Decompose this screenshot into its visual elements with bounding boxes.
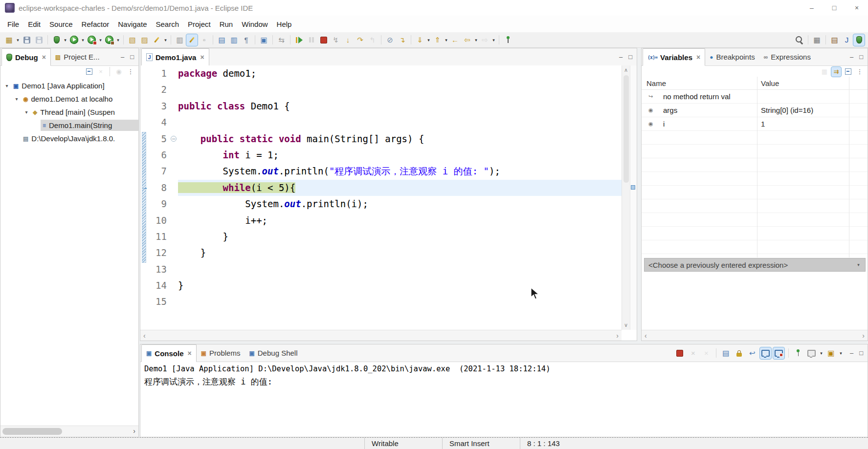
code-area[interactable]: → 1package demo1;23public class Demo1 {4… — [140, 65, 622, 330]
suspend-button[interactable] — [306, 34, 317, 46]
tree-item-demo1-java-application[interactable]: ▾▣Demo1 [Java Application] — [0, 79, 138, 92]
up-stack-dropdown[interactable]: ▾ — [444, 38, 449, 43]
down-stack-dropdown[interactable]: ▾ — [426, 38, 431, 43]
editor-tab-demo1-java[interactable]: JDemo1.java× — [141, 48, 209, 66]
mark-occurrences-button[interactable] — [186, 34, 198, 46]
minimize-icon[interactable]: ‒ — [619, 53, 623, 61]
run-button[interactable] — [68, 34, 80, 46]
scroll-down-icon[interactable]: ∨ — [624, 322, 628, 328]
remove-all-terminated-launches-button[interactable]: × — [701, 347, 712, 359]
new-wizard-button[interactable]: ▦ — [3, 34, 15, 46]
console-output-area[interactable]: Demo1 [Java Application] D:\Develop\Java… — [140, 362, 868, 437]
close-icon[interactable]: × — [846, 0, 868, 16]
collapse-fold-icon[interactable]: – — [171, 136, 177, 142]
view-menu-button[interactable]: ⋮ — [855, 67, 865, 77]
variable-row-no-method-return-val[interactable]: ↪no method return val — [642, 90, 868, 104]
run-dropdown[interactable]: ▾ — [80, 38, 86, 43]
twisty-expanded-icon[interactable]: ▾ — [12, 96, 21, 102]
console-tab-debug-shell[interactable]: ▣Debug Shell — [245, 344, 302, 362]
variable-row-args[interactable]: ◉argsString[0] (id=16) — [642, 104, 868, 117]
code-line-12[interactable]: 12 } — [140, 245, 622, 261]
code-line-15[interactable]: 15 — [140, 294, 622, 310]
terminate-console-button[interactable] — [674, 347, 686, 359]
view-menu-button[interactable]: ⋮ — [126, 67, 135, 77]
column-header-value[interactable]: Value — [757, 79, 868, 87]
step-return-button[interactable]: ↰ — [367, 34, 378, 46]
open-console-view-button[interactable]: ▣ — [825, 347, 837, 359]
last-edit-location-button[interactable]: ← — [449, 34, 461, 46]
scroll-right-icon[interactable]: › — [133, 427, 135, 435]
twisty-expanded-icon[interactable]: ▾ — [22, 109, 31, 115]
search-button[interactable] — [794, 34, 805, 46]
remove-all-terminated-button[interactable]: × — [96, 67, 106, 77]
scroll-up-icon[interactable]: ∧ — [624, 67, 628, 73]
minimize-icon[interactable]: ‒ — [121, 53, 124, 61]
new-wizard-dropdown[interactable]: ▾ — [15, 38, 21, 43]
column-divider[interactable] — [757, 77, 757, 257]
open-task-button[interactable]: ▨ — [139, 34, 150, 46]
step-over-button[interactable]: ↷ — [355, 34, 366, 46]
scroll-right-icon[interactable]: › — [616, 332, 619, 340]
expression-combo[interactable]: <Choose a previously entered expression>… — [644, 258, 866, 272]
menu-run[interactable]: Run — [215, 20, 238, 28]
minimize-icon[interactable]: ‒ — [850, 53, 853, 61]
column-divider[interactable] — [849, 77, 849, 257]
disconnect-button[interactable]: ↯ — [330, 34, 341, 46]
new-java-element-button[interactable]: ▧ — [127, 34, 138, 46]
menu-refactor[interactable]: Refactor — [77, 20, 114, 28]
variables-tab-expressions[interactable]: ∞Expressions — [759, 48, 815, 65]
resume-button[interactable] — [293, 34, 305, 46]
maximize-icon[interactable]: □ — [859, 53, 863, 61]
code-line-9[interactable]: 9 System.out.println(i); — [140, 196, 622, 212]
code-line-13[interactable]: 13 — [140, 261, 622, 278]
tree-item-demo1-demo1-at-localho[interactable]: ▾◉demo1.Demo1 at localho — [0, 92, 138, 106]
search-flashlight-dropdown[interactable]: ▾ — [163, 38, 168, 43]
show-type-names-button[interactable]: ▦ — [820, 67, 829, 77]
code-line-5[interactable]: 5– public static void main(String[] args… — [140, 131, 622, 147]
variable-row-i[interactable]: ◉i1 — [642, 117, 868, 131]
scrollbar-thumb[interactable] — [2, 428, 62, 435]
skip-all-breakpoints-button[interactable]: ⊘ — [384, 34, 396, 46]
variables-tab-variables[interactable]: (x)=Variables× — [643, 48, 705, 66]
scroll-lock-button[interactable] — [734, 347, 745, 359]
external-browser-button[interactable]: ▥ — [174, 34, 185, 46]
run-external-tools-dropdown[interactable]: ▾ — [115, 38, 121, 43]
remove-launch-button[interactable]: × — [688, 347, 699, 359]
maximize-icon[interactable]: □ — [130, 53, 134, 61]
menu-search[interactable]: Search — [151, 20, 183, 28]
editor-horizontal-scrollbar[interactable]: ‹ › — [140, 330, 622, 341]
debug-view-presentation-button[interactable]: ◉ — [114, 67, 124, 77]
debug-dropdown[interactable]: ▾ — [63, 38, 68, 43]
back-button[interactable]: ⇦ — [462, 34, 473, 46]
close-icon[interactable]: × — [696, 53, 700, 61]
code-line-1[interactable]: 1package demo1; — [140, 65, 622, 82]
minimize-icon[interactable]: ‒ — [850, 349, 853, 357]
pin-console-button[interactable] — [793, 347, 804, 359]
previous-annotation-button[interactable]: ▥ — [228, 34, 240, 46]
collapse-all-button[interactable] — [84, 67, 94, 77]
debug-perspective-button[interactable] — [853, 34, 865, 46]
terminate-button[interactable] — [318, 34, 329, 46]
menu-navigate[interactable]: Navigate — [113, 20, 151, 28]
menu-source[interactable]: Source — [45, 20, 77, 28]
annotation-button[interactable]: ▫ — [199, 34, 210, 46]
run-external-tools-button[interactable] — [104, 34, 115, 46]
step-into-button[interactable]: ↓ — [342, 34, 354, 46]
forward-button[interactable]: ⇨ — [479, 34, 490, 46]
back-dropdown[interactable]: ▾ — [473, 38, 479, 43]
current-line-marker[interactable] — [631, 185, 635, 190]
java-perspective-button[interactable]: J — [841, 34, 852, 46]
debug-tab-project-e[interactable]: ▨Project E... — [51, 48, 104, 65]
up-stack-button[interactable]: ⇑ — [432, 34, 443, 46]
tree-item-thread-main-suspen[interactable]: ▾◆Thread [main] (Suspen — [0, 106, 138, 119]
menu-help[interactable]: Help — [272, 20, 296, 28]
console-tab-console[interactable]: ▣Console× — [141, 344, 197, 362]
code-line-8[interactable]: 8 while(i < 5){ — [140, 180, 622, 196]
column-header-name[interactable]: Name — [642, 79, 757, 87]
collapse-all-button[interactable] — [843, 67, 853, 77]
code-line-4[interactable]: 4 — [140, 114, 622, 130]
link-with-editor-button[interactable]: ⇆ — [276, 34, 287, 46]
show-logical-structure-button[interactable]: ⇉ — [831, 67, 841, 77]
close-icon[interactable]: × — [200, 53, 204, 61]
show-on-stdout-change-button[interactable] — [760, 347, 771, 359]
